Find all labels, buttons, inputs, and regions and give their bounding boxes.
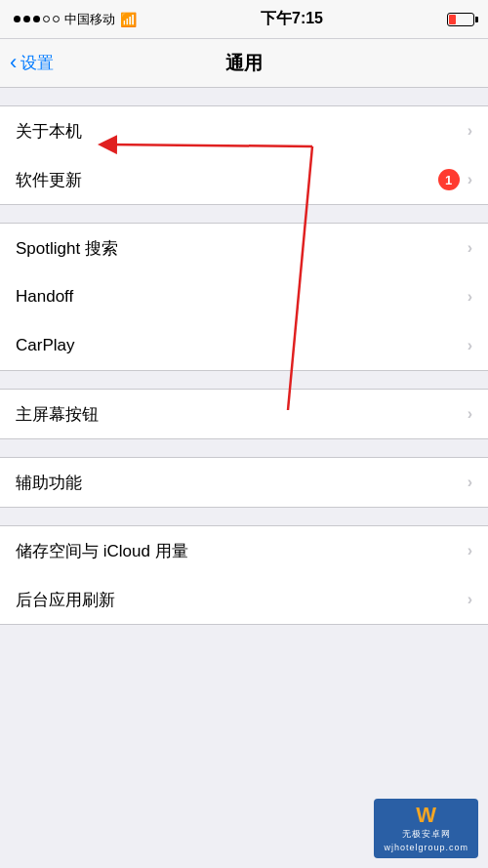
list-item-background-refresh[interactable]: 后台应用刷新 › xyxy=(0,575,488,624)
battery-level xyxy=(449,15,456,24)
watermark-url: wjhotelgroup.com xyxy=(384,843,468,852)
accessibility-label: 辅助功能 xyxy=(16,472,82,494)
back-button[interactable]: ‹ 设置 xyxy=(10,52,54,74)
settings-content: 关于本机 › 软件更新 1 › Spotlight 搜索 › xyxy=(0,88,488,868)
status-bar: 中国移动 📶 下午7:15 xyxy=(0,0,488,39)
spotlight-label: Spotlight 搜索 xyxy=(16,237,118,260)
signal-dots xyxy=(14,16,60,22)
section-home: 主屏幕按钮 › xyxy=(0,389,488,439)
list-item-carplay[interactable]: CarPlay › xyxy=(0,321,488,370)
carrier-label: 中国移动 xyxy=(64,11,115,28)
list-item-storage-icloud[interactable]: 储存空间与 iCloud 用量 › xyxy=(0,526,488,575)
handoff-chevron-icon: › xyxy=(468,288,472,306)
spotlight-chevron-icon: › xyxy=(468,239,472,257)
nav-bar: ‹ 设置 通用 xyxy=(0,39,488,88)
section-accessibility: 辅助功能 › xyxy=(0,457,488,508)
carplay-right: › xyxy=(468,337,472,354)
about-right: › xyxy=(468,122,472,140)
storage-icloud-right: › xyxy=(468,542,472,559)
about-chevron-icon: › xyxy=(468,122,472,140)
list-item-software-update[interactable]: 软件更新 1 › xyxy=(0,155,488,204)
list-group-home: 主屏幕按钮 › xyxy=(0,389,488,439)
list-group-storage: 储存空间与 iCloud 用量 › 后台应用刷新 › xyxy=(0,525,488,625)
home-button-label: 主屏幕按钮 xyxy=(16,403,99,426)
storage-icloud-label: 储存空间与 iCloud 用量 xyxy=(16,540,188,562)
watermark-box: W 无极安卓网 wjhotelgroup.com xyxy=(374,799,478,858)
battery-icon xyxy=(447,13,474,26)
about-label: 关于本机 xyxy=(16,120,82,143)
list-item-handoff[interactable]: Handoff › xyxy=(0,272,488,321)
section-device: 关于本机 › 软件更新 1 › xyxy=(0,105,488,205)
page-title: 通用 xyxy=(225,51,263,76)
watermark-logo: W xyxy=(416,805,436,826)
list-group-connectivity: Spotlight 搜索 › Handoff › CarPlay › xyxy=(0,223,488,371)
list-item-spotlight[interactable]: Spotlight 搜索 › xyxy=(0,224,488,272)
dot3 xyxy=(33,16,40,22)
software-update-badge: 1 xyxy=(438,169,460,190)
accessibility-right: › xyxy=(468,474,472,491)
section-connectivity: Spotlight 搜索 › Handoff › CarPlay › xyxy=(0,223,488,371)
wifi-icon: 📶 xyxy=(120,12,137,27)
background-refresh-chevron-icon: › xyxy=(468,591,472,608)
status-left: 中国移动 📶 xyxy=(14,11,137,28)
background-refresh-label: 后台应用刷新 xyxy=(16,589,115,611)
status-time: 下午7:15 xyxy=(261,9,323,29)
accessibility-chevron-icon: › xyxy=(468,474,472,491)
home-button-right: › xyxy=(468,405,472,423)
back-label: 设置 xyxy=(20,52,54,74)
list-item-accessibility[interactable]: 辅助功能 › xyxy=(0,458,488,507)
list-group-device: 关于本机 › 软件更新 1 › xyxy=(0,105,488,205)
carplay-label: CarPlay xyxy=(16,336,74,355)
list-group-accessibility: 辅助功能 › xyxy=(0,457,488,508)
handoff-label: Handoff xyxy=(16,287,73,307)
list-item-about[interactable]: 关于本机 › xyxy=(0,106,488,155)
section-storage: 储存空间与 iCloud 用量 › 后台应用刷新 › xyxy=(0,525,488,625)
software-update-right: 1 › xyxy=(438,169,472,190)
watermark: W 无极安卓网 wjhotelgroup.com xyxy=(374,799,478,858)
list-item-home-button[interactable]: 主屏幕按钮 › xyxy=(0,390,488,438)
background-refresh-right: › xyxy=(468,591,472,608)
home-button-chevron-icon: › xyxy=(468,405,472,423)
dot4 xyxy=(43,16,50,22)
dot2 xyxy=(23,16,30,22)
status-right xyxy=(447,13,474,26)
back-chevron-icon: ‹ xyxy=(10,52,17,73)
carplay-chevron-icon: › xyxy=(468,337,472,354)
dot1 xyxy=(14,16,20,22)
handoff-right: › xyxy=(468,288,472,306)
dot5 xyxy=(53,16,60,22)
software-update-label: 软件更新 xyxy=(16,169,82,191)
software-update-chevron-icon: › xyxy=(468,171,472,188)
spotlight-right: › xyxy=(468,239,472,257)
watermark-site: 无极安卓网 xyxy=(402,828,451,841)
storage-icloud-chevron-icon: › xyxy=(468,542,472,559)
